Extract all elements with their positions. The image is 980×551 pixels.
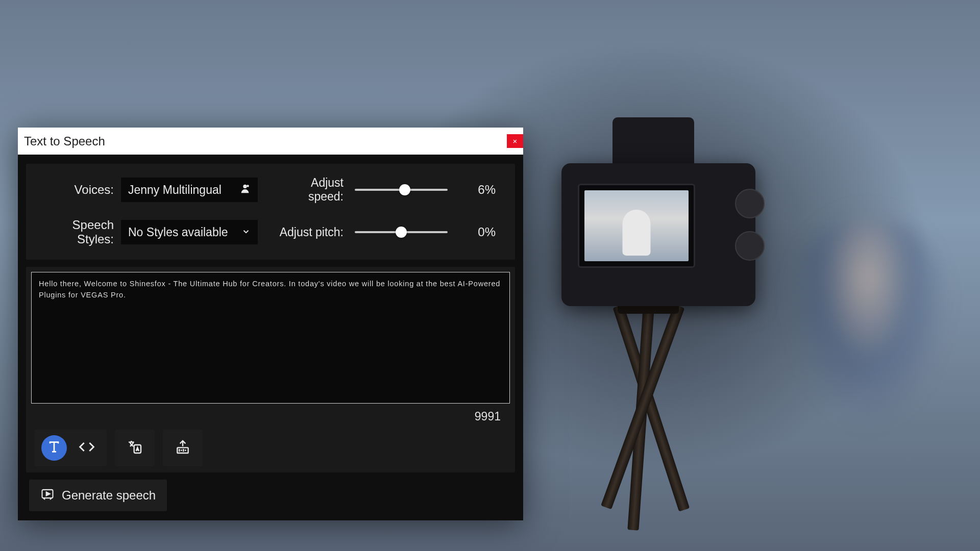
voices-select[interactable]: Jenny Multilingual (121, 178, 258, 202)
speed-label: Adjust speed: (278, 176, 355, 204)
play-speech-icon (40, 487, 55, 504)
export-audio-button[interactable] (170, 435, 195, 461)
translate-button[interactable] (122, 435, 148, 461)
mode-toggle-group (34, 430, 107, 466)
titlebar[interactable]: Text to Speech × (18, 128, 523, 155)
character-count: 9991 (31, 406, 510, 425)
pitch-label: Adjust pitch: (278, 226, 355, 239)
styles-label: Speech Styles: (39, 218, 121, 246)
voice-person-icon (239, 183, 251, 197)
controls-panel: Voices: Jenny Multilingual Adjust speed:… (26, 164, 515, 260)
text-mode-button[interactable] (41, 435, 67, 461)
voices-value: Jenny Multilingual (128, 183, 222, 197)
pitch-thumb[interactable] (396, 227, 407, 238)
voices-label: Voices: (39, 183, 121, 197)
styles-value: No Styles available (128, 226, 228, 239)
close-button[interactable]: × (507, 134, 523, 148)
pitch-value: 0% (467, 225, 496, 239)
pitch-slider[interactable] (355, 231, 448, 233)
speed-slider[interactable] (355, 189, 448, 191)
dialog-title: Text to Speech (24, 134, 105, 148)
speech-text-input[interactable] (31, 272, 510, 404)
styles-select[interactable]: No Styles available (121, 220, 258, 244)
close-icon: × (513, 137, 518, 145)
translate-icon (127, 439, 143, 457)
background-person (786, 214, 949, 429)
generate-row: Generate speech (26, 472, 515, 513)
generate-label: Generate speech (62, 488, 156, 503)
tools-row (31, 425, 510, 467)
code-icon (79, 439, 95, 457)
export-group (163, 430, 203, 466)
svg-point-1 (247, 185, 249, 187)
svg-marker-5 (46, 492, 50, 496)
svg-point-0 (243, 184, 247, 188)
generate-speech-button[interactable]: Generate speech (29, 480, 167, 511)
speed-thumb[interactable] (399, 184, 410, 195)
ssml-mode-button[interactable] (74, 435, 100, 461)
chevron-down-icon (241, 227, 251, 238)
camera-prop (541, 112, 786, 408)
dialog-body: Voices: Jenny Multilingual Adjust speed:… (18, 155, 523, 520)
upload-audio-icon (175, 439, 191, 457)
speed-value: 6% (467, 183, 496, 197)
translate-group (115, 430, 155, 466)
text-panel: 9991 (26, 267, 515, 472)
text-to-speech-dialog: Text to Speech × Voices: Jenny Multiling… (18, 128, 523, 520)
text-icon (46, 439, 62, 457)
